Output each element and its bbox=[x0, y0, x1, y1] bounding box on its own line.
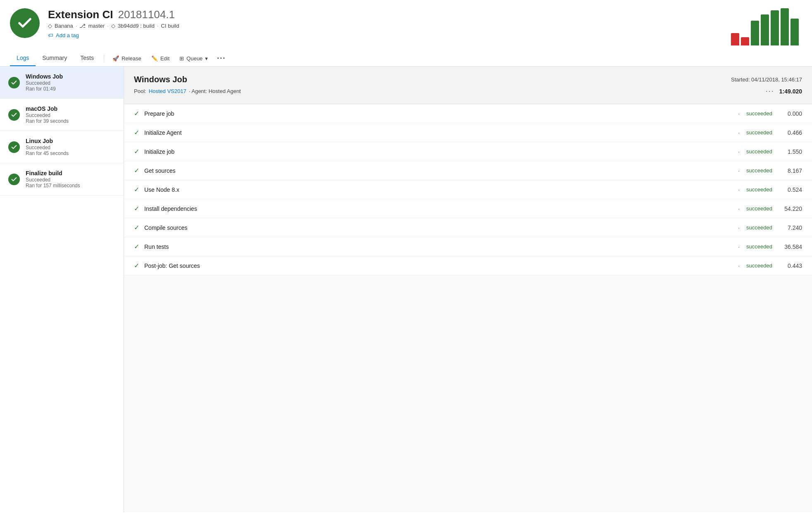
step-check-icon: ✓ bbox=[134, 262, 139, 270]
edit-action[interactable]: ✏️ Edit bbox=[146, 52, 174, 65]
build-info: Extension CI 20181104.1 ◇ Banana · ⎇ mas… bbox=[48, 8, 723, 38]
chart-bar[interactable] bbox=[731, 33, 739, 45]
content-meta-right: ··· 1:49.020 bbox=[766, 87, 802, 95]
step-more-button[interactable]: ··· bbox=[766, 87, 774, 95]
step-row[interactable]: ✓ Run tests · succeeded 36.584 bbox=[124, 237, 812, 256]
step-separator: · bbox=[738, 167, 740, 174]
more-actions-button[interactable]: ··· bbox=[213, 52, 230, 65]
step-name: Use Node 8.x bbox=[144, 186, 731, 193]
tag-icon: 🏷 bbox=[48, 32, 53, 38]
step-separator: · bbox=[738, 205, 740, 212]
queue-label: Queue bbox=[186, 55, 203, 62]
chart-bar[interactable] bbox=[751, 21, 759, 45]
job-status: Succeeded bbox=[26, 177, 115, 183]
step-name: Install dependencies bbox=[144, 205, 731, 212]
job-item-linux[interactable]: Linux Job Succeeded Ran for 45 seconds bbox=[0, 131, 124, 163]
job-info-macos: macOS Job Succeeded Ran for 39 seconds bbox=[26, 105, 115, 124]
build-number: 20181104.1 bbox=[118, 8, 174, 21]
step-duration: 1.550 bbox=[777, 148, 802, 155]
nav-divider bbox=[104, 54, 104, 62]
agent-label: · Agent: Hosted Agent bbox=[189, 88, 241, 94]
step-duration: 0.443 bbox=[777, 262, 802, 269]
jobs-sidebar: Windows Job Succeeded Ran for 01:49 macO… bbox=[0, 67, 124, 512]
step-status: succeeded bbox=[746, 148, 772, 155]
content-title-row: Windows Job Started: 04/11/2018, 15:46:1… bbox=[134, 75, 802, 84]
add-tag-label: Add a tag bbox=[56, 32, 79, 38]
step-status: succeeded bbox=[746, 110, 772, 117]
step-row[interactable]: ✓ Use Node 8.x · succeeded 0.524 bbox=[124, 180, 812, 199]
job-info-linux: Linux Job Succeeded Ran for 45 seconds bbox=[26, 138, 115, 156]
step-row[interactable]: ✓ Post-job: Get sources · succeeded 0.44… bbox=[124, 256, 812, 275]
step-duration: 0.466 bbox=[777, 129, 802, 136]
content-started: Started: 04/11/2018, 15:46:17 bbox=[731, 76, 802, 83]
tab-logs[interactable]: Logs bbox=[10, 50, 36, 66]
step-status: succeeded bbox=[746, 243, 772, 250]
job-info-finalize: Finalize build Succeeded Ran for 157 mil… bbox=[26, 170, 115, 188]
chart-bar[interactable] bbox=[741, 37, 749, 45]
step-separator: · bbox=[738, 129, 740, 136]
step-separator: · bbox=[738, 148, 740, 155]
step-row[interactable]: ✓ Prepare job · succeeded 0.000 bbox=[124, 104, 812, 123]
step-name: Initialize job bbox=[144, 148, 731, 155]
job-status: Succeeded bbox=[26, 112, 115, 118]
step-row[interactable]: ✓ Get sources · succeeded 8.167 bbox=[124, 161, 812, 180]
job-status: Succeeded bbox=[26, 80, 115, 86]
project-icon: ◇ bbox=[48, 23, 52, 29]
sep2: · bbox=[107, 23, 109, 29]
add-tag-button[interactable]: 🏷 Add a tag bbox=[48, 32, 723, 38]
step-row[interactable]: ✓ Install dependencies · succeeded 54.22… bbox=[124, 199, 812, 218]
content-job-title: Windows Job bbox=[134, 75, 187, 84]
step-duration: 8.167 bbox=[777, 167, 802, 174]
job-success-icon bbox=[8, 77, 20, 88]
step-separator: · bbox=[738, 224, 740, 231]
queue-action[interactable]: ⊞ Queue ▾ bbox=[174, 52, 213, 65]
step-name: Initialize Agent bbox=[144, 129, 731, 136]
rocket-icon: 🚀 bbox=[112, 55, 119, 62]
tab-summary[interactable]: Summary bbox=[36, 50, 74, 66]
job-item-finalize[interactable]: Finalize build Succeeded Ran for 157 mil… bbox=[0, 163, 124, 196]
job-duration: Ran for 01:49 bbox=[26, 86, 115, 92]
step-check-icon: ✓ bbox=[134, 167, 139, 174]
commit-icon: ◇ bbox=[111, 23, 115, 29]
job-name: Windows Job bbox=[26, 73, 115, 80]
step-separator: · bbox=[738, 186, 740, 193]
content-header: Windows Job Started: 04/11/2018, 15:46:1… bbox=[124, 67, 812, 104]
step-check-icon: ✓ bbox=[134, 148, 139, 155]
steps-list: ✓ Prepare job · succeeded 0.000 ✓ Initia… bbox=[124, 104, 812, 275]
step-status: succeeded bbox=[746, 205, 772, 212]
build-name: Extension CI bbox=[48, 8, 113, 21]
step-name: Run tests bbox=[144, 243, 731, 250]
step-row[interactable]: ✓ Compile sources · succeeded 7.240 bbox=[124, 218, 812, 237]
trigger-type: CI build bbox=[161, 23, 179, 29]
job-item-macos[interactable]: macOS Job Succeeded Ran for 39 seconds bbox=[0, 99, 124, 131]
job-success-icon bbox=[8, 141, 20, 153]
job-item-windows[interactable]: Windows Job Succeeded Ran for 01:49 bbox=[0, 67, 124, 99]
chart-bar[interactable] bbox=[791, 19, 799, 45]
step-status: succeeded bbox=[746, 129, 772, 136]
content-meta: Pool: Hosted VS2017 · Agent: Hosted Agen… bbox=[134, 87, 802, 95]
pencil-icon: ✏️ bbox=[151, 55, 158, 62]
chart-bar[interactable] bbox=[781, 8, 789, 45]
step-duration: 7.240 bbox=[777, 224, 802, 231]
branch-name: master bbox=[88, 23, 105, 29]
step-duration: 54.220 bbox=[777, 205, 802, 212]
pool-link[interactable]: Hosted VS2017 bbox=[149, 88, 186, 94]
step-duration: 0.000 bbox=[777, 110, 802, 117]
step-check-icon: ✓ bbox=[134, 129, 139, 136]
tab-tests[interactable]: Tests bbox=[74, 50, 100, 66]
chart-bar[interactable] bbox=[771, 10, 779, 45]
release-label: Release bbox=[122, 55, 141, 62]
nav-tabs: Logs Summary Tests 🚀 Release ✏️ Edit ⊞ Q… bbox=[0, 50, 812, 67]
chart-bar[interactable] bbox=[761, 14, 769, 45]
step-check-icon: ✓ bbox=[134, 224, 139, 231]
release-action[interactable]: 🚀 Release bbox=[107, 52, 146, 65]
step-row[interactable]: ✓ Initialize Agent · succeeded 0.466 bbox=[124, 123, 812, 142]
step-name: Get sources bbox=[144, 167, 731, 174]
step-name: Post-job: Get sources bbox=[144, 262, 731, 269]
commit-ref: 3b94dd9 : build bbox=[118, 23, 155, 29]
project-name: Banana bbox=[55, 23, 73, 29]
step-row[interactable]: ✓ Initialize job · succeeded 1.550 bbox=[124, 142, 812, 161]
job-status: Succeeded bbox=[26, 145, 115, 150]
job-duration: Ran for 39 seconds bbox=[26, 118, 115, 124]
step-separator: · bbox=[738, 262, 740, 269]
